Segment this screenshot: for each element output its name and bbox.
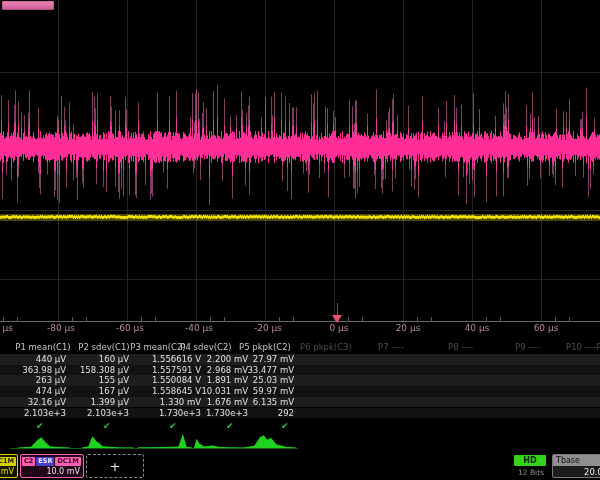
c2-coupling-badge: DC1M [55, 457, 80, 466]
measurement-cell: 1.330 mV [160, 397, 201, 408]
plus-icon: + [110, 459, 121, 474]
measurement-row-value: 440 µV160 µV1.556616 V2.200 mV27.97 mV [0, 354, 600, 365]
parameter-histicons [0, 431, 600, 452]
time-axis-label: -100 µs [0, 323, 13, 333]
measurement-cell: 474 µV [36, 386, 66, 397]
measurement-cell: 59.97 mV [253, 386, 294, 397]
parameter-header[interactable]: P3 mean(C2) [130, 342, 185, 353]
measurement-cell: 167 µV [99, 386, 129, 397]
measurement-cell: 2.968 mV [207, 365, 248, 376]
time-axis-label: 60 µs [534, 323, 559, 333]
measurement-cell: 1.550084 V [152, 375, 201, 386]
parameter-header[interactable]: P1 mean(C1) [15, 342, 70, 353]
parameter-header[interactable]: P4 sdev(C2) [180, 342, 231, 353]
measurement-cell: 33.477 mV [247, 365, 294, 376]
measurement-cell: 1.558645 V [152, 386, 201, 397]
status-check-icon: ✔ [36, 421, 44, 431]
parameter-header[interactable]: P5 pkpk(C2) [239, 342, 291, 353]
channel-descriptor-strip: DC1M 0 mV C2 ESR DC1M 10.0 mV + HD 12 Bi… [0, 452, 600, 480]
trigger-position-marker[interactable] [332, 315, 342, 323]
measure-table: P1 mean(C1)P2 sdev(C1)P3 mean(C2)P4 sdev… [0, 340, 600, 432]
parameter-header-unused[interactable]: P6 pkpk(C3) [300, 342, 352, 353]
measurement-row-sdev: 32.16 µV1.399 µV1.330 mV1.676 mV6.135 mV [0, 397, 600, 408]
time-axis-label: 40 µs [465, 323, 490, 333]
measurement-cell: 27.97 mV [253, 354, 294, 365]
measurement-row-min: 263 µV155 µV1.550084 V1.891 mV25.03 mV [0, 375, 600, 386]
measurement-cell: 1.557591 V [152, 365, 201, 376]
measurement-cell: 2.200 mV [207, 354, 248, 365]
oscilloscope-screen: -100 µs-80 µs-60 µs-40 µs-20 µs0 µs20 µs… [0, 0, 600, 480]
time-axis-label: 0 µs [329, 323, 348, 333]
measurement-cell: 363.98 µV [22, 365, 66, 376]
measurement-cell: 2.103e+3 [87, 408, 129, 419]
c2-esr-badge: ESR [36, 457, 54, 466]
histicon[interactable] [244, 435, 296, 448]
status-check-icon: ✔ [226, 421, 234, 431]
measurement-row-max: 474 µV167 µV1.558645 V10.031 mV59.97 mV [0, 386, 600, 397]
measurement-cell: 1.730e+3 [206, 408, 248, 419]
waveform-traces [0, 0, 600, 322]
time-axis-label: -40 µs [185, 323, 213, 333]
measurement-cell: 292 [278, 408, 294, 419]
channel-c1-descriptor[interactable]: DC1M 0 mV [0, 454, 18, 478]
channel-c2-descriptor[interactable]: C2 ESR DC1M 10.0 mV [20, 454, 84, 478]
time-axis-label: -80 µs [47, 323, 75, 333]
add-trace-button[interactable]: + [86, 454, 144, 478]
time-axis-label: -60 µs [116, 323, 144, 333]
time-axis-labels: -100 µs-80 µs-60 µs-40 µs-20 µs0 µs20 µs… [0, 323, 600, 338]
measurement-cell: 158.308 µV [80, 365, 129, 376]
measurement-cell: 1.676 mV [207, 397, 248, 408]
measurement-cell: 6.135 mV [253, 397, 294, 408]
measurement-row-mean: 363.98 µV158.308 µV1.557591 V2.968 mV33.… [0, 365, 600, 376]
timebase-title: Tbase [553, 455, 600, 466]
timebase-value: 20.0 [553, 466, 600, 478]
measurement-cell: 32.16 µV [28, 397, 66, 408]
parameter-header-unused[interactable]: P7 ---- [378, 342, 404, 353]
measurement-cell: 1.730e+3 [159, 408, 201, 419]
measurement-cell: 160 µV [99, 354, 129, 365]
status-check-icon: ✔ [103, 421, 111, 431]
parameter-header-unused[interactable]: P10 ---- [566, 342, 597, 353]
measurement-cell: 263 µV [36, 375, 66, 386]
measurement-row-num: 2.103e+32.103e+31.730e+31.730e+3292 [0, 408, 600, 419]
time-axis-line [0, 321, 600, 322]
c2-label-badge: C2 [22, 457, 35, 466]
c1-volts-per-div: 0 mV [0, 467, 14, 476]
parameter-header[interactable]: P2 sdev(C1) [78, 342, 129, 353]
time-axis-label: 20 µs [396, 323, 421, 333]
hd-mode-badge[interactable]: HD [514, 455, 546, 466]
c2-volts-per-div: 10.0 mV [46, 467, 80, 476]
histicon[interactable] [18, 437, 70, 448]
time-axis-label: -20 µs [254, 323, 282, 333]
measurement-cell: 10.031 mV [201, 386, 248, 397]
histicon[interactable] [194, 439, 246, 448]
measurement-cell: 25.03 mV [253, 375, 294, 386]
c1-coupling-badge: DC1M [0, 457, 16, 466]
measurement-cell: 440 µV [36, 354, 66, 365]
timebase-descriptor[interactable]: Tbase 20.0 [552, 454, 600, 478]
parameter-header-unused[interactable]: P9 ---- [515, 342, 541, 353]
status-check-icon: ✔ [169, 421, 177, 431]
histicon[interactable] [138, 434, 192, 448]
status-check-icon: ✔ [281, 421, 289, 431]
parameter-header-unused[interactable]: P8 ---- [448, 342, 474, 353]
measurement-cell: 1.891 mV [207, 375, 248, 386]
measurement-cell: 2.103e+3 [24, 408, 66, 419]
parameter-header-unused[interactable]: P11 [596, 342, 600, 353]
bit-depth-label: 12 Bits [515, 468, 547, 477]
histicon[interactable] [82, 436, 134, 448]
measurement-cell: 1.556616 V [152, 354, 201, 365]
measurement-cell: 155 µV [99, 375, 129, 386]
top-left-pink-badge [2, 1, 54, 10]
measurement-cell: 1.399 µV [91, 397, 129, 408]
